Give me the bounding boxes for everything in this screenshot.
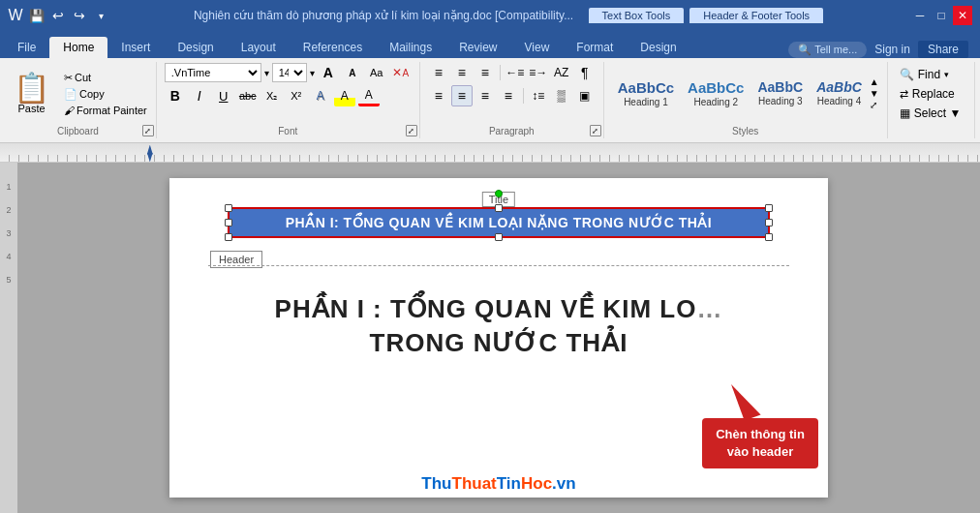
handle-bl[interactable] <box>225 233 232 241</box>
tab-design2[interactable]: Design <box>627 37 689 58</box>
styles-more-button[interactable]: ⤢ <box>870 100 879 110</box>
multilevel-list-button[interactable]: ≡ <box>475 62 496 83</box>
document-title: Nghiên cứu thăm dò phương pháp xử lí kim… <box>108 8 910 23</box>
align-center-button[interactable]: ≡ <box>451 85 473 106</box>
text-effects-button[interactable]: A <box>310 85 331 106</box>
tell-me[interactable]: 🔍 Tell me... <box>788 42 867 58</box>
para-row1: ≡ ≡ ≡ ←≡ ≡→ AZ ¶ <box>428 62 596 83</box>
copy-button[interactable]: 📄 Copy <box>61 87 150 102</box>
select-button[interactable]: ▦ Select ▼ <box>896 105 965 122</box>
style-heading4[interactable]: AaBbC Heading 4 <box>811 77 868 109</box>
handle-ml[interactable] <box>225 219 232 226</box>
handle-mr[interactable] <box>765 219 773 226</box>
margin-num-2: 2 <box>6 205 11 215</box>
font-row1: .VnTime ▾ 14 ▾ A A Aa ✕A <box>165 62 412 83</box>
style-heading2[interactable]: AaBbCc Heading 2 <box>682 77 750 109</box>
site-watermark: ThuThuatTinHoc.vn <box>421 474 575 494</box>
align-right-button[interactable]: ≡ <box>475 85 496 106</box>
align-left-button[interactable]: ≡ <box>428 85 449 106</box>
style-heading3[interactable]: AaBbC Heading 3 <box>751 77 809 109</box>
paragraph-group: ≡ ≡ ≡ ←≡ ≡→ AZ ¶ ≡ ≡ ≡ ≡ ↕≡ ▒ ▣ Paragrap… <box>420 62 604 138</box>
styles-scroll: ▲ ▼ ⤢ <box>870 76 879 110</box>
save-icon[interactable]: 💾 <box>29 8 45 23</box>
line-spacing-button[interactable]: ↕≡ <box>528 85 549 106</box>
undo-icon[interactable]: ↩ <box>50 8 66 23</box>
format-painter-button[interactable]: 🖌 Format Painter <box>61 104 150 117</box>
grow-font-button[interactable]: A <box>318 62 339 83</box>
clipboard-label: Clipboard <box>0 126 156 136</box>
handle-br[interactable] <box>765 233 773 241</box>
shading-button[interactable]: ▒ <box>551 85 572 106</box>
header-divider <box>208 265 789 266</box>
font-name-select[interactable]: .VnTime <box>165 63 261 82</box>
subtab-header-footer[interactable]: Header & Footer Tools <box>689 8 823 23</box>
tooltip-arrow <box>731 377 761 420</box>
tooltip-container: Chèn thông tin vào header <box>702 418 818 468</box>
borders-button[interactable]: ▣ <box>574 85 596 106</box>
clipboard-expand[interactable]: ⤢ <box>142 125 154 136</box>
body-line1: PHẦN I : TỔNG QUAN VỀ KIM LO… <box>228 294 770 324</box>
font-color-button[interactable]: A <box>358 85 380 106</box>
font-expand[interactable]: ⤢ <box>406 125 417 136</box>
handle-tc[interactable] <box>495 204 503 212</box>
customize-icon[interactable]: ▾ <box>93 8 108 23</box>
close-button[interactable]: ✕ <box>953 6 972 25</box>
paste-button[interactable]: 📋 Paste <box>6 70 57 118</box>
title-bar-icons: W 💾 ↩ ↪ ▾ <box>8 8 108 23</box>
increase-indent-button[interactable]: ≡→ <box>528 62 549 83</box>
decrease-indent-button[interactable]: ←≡ <box>505 62 526 83</box>
share-button[interactable]: Share <box>918 41 968 58</box>
tab-view[interactable]: View <box>511 37 564 58</box>
header-textbox[interactable]: PHẦN I: TỔNG QUAN VỀ KIM LOẠI NẶNG TRONG… <box>228 207 770 238</box>
handle-tr[interactable] <box>765 204 773 212</box>
tab-insert[interactable]: Insert <box>107 37 164 58</box>
tab-layout[interactable]: Layout <box>228 37 290 58</box>
font-name-arrow[interactable]: ▾ <box>264 68 269 78</box>
sort-button[interactable]: AZ <box>551 62 572 83</box>
title-bar: W 💾 ↩ ↪ ▾ Nghiên cứu thăm dò phương pháp… <box>0 0 980 31</box>
show-marks-button[interactable]: ¶ <box>574 62 596 83</box>
handle-bc[interactable] <box>495 233 503 241</box>
change-case-button[interactable]: Aa <box>366 62 387 83</box>
replace-button[interactable]: ⇄ Replace <box>896 85 959 103</box>
find-button[interactable]: 🔍 Find ▾ <box>896 66 953 83</box>
rotate-handle[interactable] <box>495 190 503 197</box>
title-text: Nghiên cứu thăm dò phương pháp xử lí kim… <box>194 9 573 22</box>
shrink-font-button[interactable]: A <box>342 62 363 83</box>
numbered-list-button[interactable]: ≡ <box>451 62 473 83</box>
site-rest: .vn <box>552 474 576 493</box>
bold-button[interactable]: B <box>165 85 186 106</box>
subtab-textbox[interactable]: Text Box Tools <box>589 8 685 23</box>
tab-format[interactable]: Format <box>563 37 627 58</box>
cut-button[interactable]: ✂ Cut <box>61 71 150 85</box>
tab-review[interactable]: Review <box>445 37 510 58</box>
underline-button[interactable]: U <box>213 85 234 106</box>
handle-tl[interactable] <box>225 204 232 212</box>
clear-format-button[interactable]: ✕A <box>390 62 412 83</box>
minimize-button[interactable]: ─ <box>910 6 930 25</box>
subscript-button[interactable]: X₂ <box>261 85 283 106</box>
style-heading1[interactable]: AaBbCc Heading 1 <box>612 77 680 109</box>
justify-button[interactable]: ≡ <box>498 85 519 106</box>
redo-icon[interactable]: ↪ <box>72 8 87 23</box>
sign-in-button[interactable]: Sign in <box>874 43 910 56</box>
header-text: PHẦN I: TỔNG QUAN VỀ KIM LOẠI NẶNG TRONG… <box>241 215 756 230</box>
paragraph-expand[interactable]: ⤢ <box>590 125 601 136</box>
styles-up-button[interactable]: ▲ <box>870 76 879 87</box>
italic-button[interactable]: I <box>189 85 210 106</box>
tab-home[interactable]: Home <box>49 37 107 58</box>
margin-num-3: 3 <box>6 228 11 238</box>
font-size-arrow[interactable]: ▾ <box>310 68 315 78</box>
highlight-button[interactable]: A <box>334 85 355 106</box>
font-group: .VnTime ▾ 14 ▾ A A Aa ✕A B I U abc X₂ X²… <box>157 62 420 138</box>
superscript-button[interactable]: X² <box>286 85 307 106</box>
tab-file[interactable]: File <box>4 37 49 58</box>
tab-mailings[interactable]: Mailings <box>376 37 445 58</box>
tab-references[interactable]: References <box>290 37 376 58</box>
bullet-list-button[interactable]: ≡ <box>428 62 449 83</box>
font-size-select[interactable]: 14 <box>272 63 307 82</box>
styles-down-button[interactable]: ▼ <box>870 88 879 99</box>
tab-design[interactable]: Design <box>164 37 227 58</box>
strikethrough-button[interactable]: abc <box>237 85 259 106</box>
maximize-button[interactable]: □ <box>932 6 951 25</box>
